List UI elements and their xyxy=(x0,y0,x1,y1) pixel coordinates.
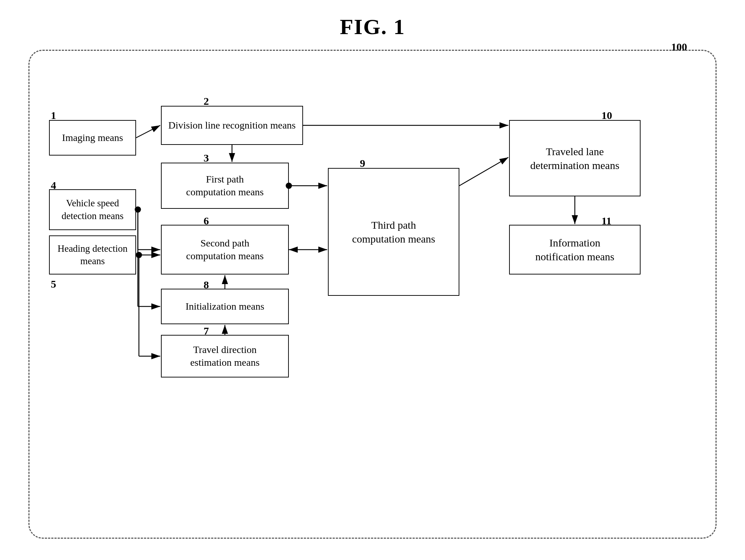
first-path-box: First path computation means xyxy=(161,163,289,209)
third-path-label: 9 xyxy=(360,157,365,169)
info-notification-box: Information notification means xyxy=(509,225,641,274)
vehicle-speed-label: 4 xyxy=(51,179,56,191)
second-path-label: 6 xyxy=(204,215,209,227)
traveled-lane-box: Traveled lane determination means xyxy=(509,120,641,196)
imaging-label: 1 xyxy=(51,109,56,121)
division-line-label: 2 xyxy=(204,95,209,107)
heading-box: Heading detection means xyxy=(49,235,136,274)
svg-line-8 xyxy=(459,157,508,186)
division-line-box: Division line recognition means xyxy=(161,106,303,145)
initialization-label: 8 xyxy=(204,279,209,291)
imaging-means-box: Imaging means xyxy=(49,120,136,156)
info-notification-label: 11 xyxy=(601,215,611,227)
system-label: 100 xyxy=(671,41,687,53)
svg-line-3 xyxy=(136,125,160,138)
vehicle-speed-box: Vehicle speed detection means xyxy=(49,189,136,230)
traveled-lane-label: 10 xyxy=(601,109,612,121)
outer-container: 100 Imaging means 1 Division line recogn… xyxy=(28,50,717,539)
travel-dir-box: Travel direction estimation means xyxy=(161,335,289,377)
initialization-box: Initialization means xyxy=(161,289,289,324)
travel-dir-label: 7 xyxy=(204,325,209,337)
first-path-label: 3 xyxy=(204,152,209,164)
page-title: FIG. 1 xyxy=(0,0,745,39)
second-path-box: Second path computation means xyxy=(161,225,289,274)
heading-label: 5 xyxy=(51,278,56,290)
third-path-box: Third path computation means xyxy=(328,168,459,296)
